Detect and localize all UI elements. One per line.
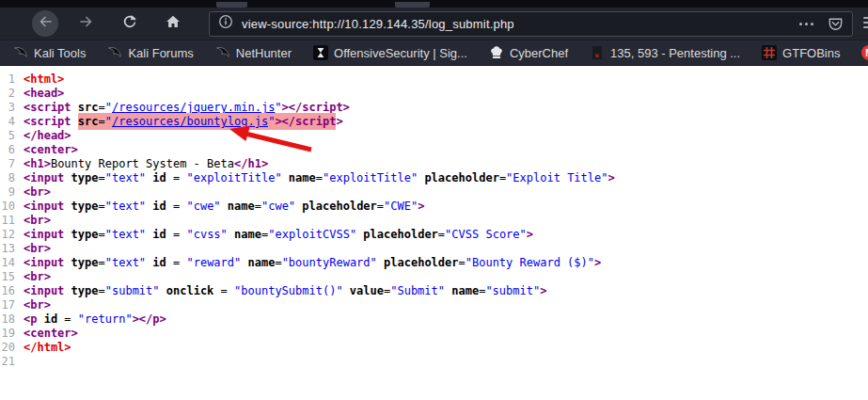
code-token — [37, 312, 43, 326]
code-token: <input — [24, 256, 64, 269]
url-text[interactable]: view-source:http://10.129.144.35/log_sub… — [242, 17, 793, 31]
code-token: = — [213, 284, 234, 297]
bookmark-offensivesecurity-sig[interactable]: OffensiveSecurity | Sig... — [313, 45, 467, 60]
info-icon[interactable] — [218, 14, 233, 33]
code-token: > — [527, 228, 533, 241]
menu-icon[interactable] — [863, 17, 868, 28]
code-token: = — [99, 228, 105, 241]
source-line: 2<head> — [0, 87, 868, 101]
forward-button[interactable] — [75, 12, 98, 35]
code-token: </html> — [24, 341, 71, 354]
navigation-toolbar: view-source:http://10.129.144.35/log_sub… — [0, 8, 868, 40]
code-token: <html> — [24, 72, 64, 86]
code-token: "text" — [105, 200, 146, 213]
code-token — [282, 171, 289, 184]
resource-link[interactable]: /resources/jquery.min.js — [112, 101, 275, 114]
code-token — [71, 101, 78, 114]
code-token: Bounty Report System - Beta — [51, 157, 234, 170]
line-number: 12 — [0, 228, 15, 242]
source-line: 21 — [0, 355, 868, 369]
code-token: = — [166, 171, 187, 184]
line-number: 13 — [0, 242, 15, 256]
bookmark-gtfobins[interactable]: GTFOBins — [762, 45, 840, 60]
bookmark-nethunter[interactable]: NetHunter — [215, 45, 292, 60]
code-token: value — [350, 284, 384, 297]
offsec-icon — [313, 45, 328, 60]
code-token: "text" — [105, 228, 146, 241]
source-code-text: <br> — [24, 185, 51, 200]
view-source-content: 1<html>2<head>3<script src="/resources/j… — [0, 66, 868, 400]
resource-link[interactable]: /resources/bountylog.js — [112, 113, 268, 130]
pocket-icon[interactable] — [828, 16, 844, 32]
bookmark-kali-tools[interactable]: Kali Tools — [13, 45, 86, 60]
line-number: 9 — [0, 185, 15, 200]
bookmark-cyberchef[interactable]: CyberChef — [489, 45, 568, 60]
code-token: = — [99, 284, 105, 297]
source-line: 4<script src="/resources/bountylog.js"><… — [0, 115, 868, 129]
code-token: > — [594, 256, 601, 269]
line-number: 2 — [0, 87, 15, 101]
code-token: = — [99, 200, 105, 213]
code-token: <input — [24, 171, 64, 184]
code-token — [228, 228, 234, 241]
page-actions-icon[interactable] — [799, 23, 813, 25]
source-code-text: <input type="text" id = "exploitTitle" n… — [24, 171, 615, 185]
home-icon — [165, 13, 181, 34]
code-token: = — [377, 200, 384, 213]
bookmarks-toolbar: Kali ToolsKali ForumsNetHunterOffensiveS… — [0, 40, 868, 66]
line-number: 1 — [0, 72, 15, 87]
code-token: <script — [24, 115, 71, 128]
home-button[interactable] — [162, 12, 184, 35]
code-token: "cwe" — [186, 200, 220, 213]
code-token: name — [234, 228, 261, 241]
source-code-text: <br> — [24, 298, 51, 312]
code-token: = — [275, 256, 281, 269]
bookmark-135-593-pentesting[interactable]: 135, 593 - Pentesting ... — [590, 45, 740, 60]
code-token: <br> — [24, 242, 51, 255]
url-bar[interactable]: view-source:http://10.129.144.35/log_sub… — [209, 11, 853, 37]
kali-dragon-icon — [215, 45, 230, 60]
source-code-text: <input type="submit" onclick = "bountySu… — [24, 284, 546, 298]
code-token: "exploitCVSS" — [268, 228, 356, 241]
source-line: 5</head> — [0, 129, 868, 143]
source-code-text: <script src="/resources/bountylog.js"></… — [24, 115, 343, 129]
back-button[interactable] — [32, 10, 58, 37]
code-token: = — [255, 200, 261, 213]
hacktricks-book-icon — [590, 45, 605, 60]
tab-strip — [0, 0, 868, 8]
code-token: ></p> — [133, 312, 166, 326]
code-token: name — [228, 200, 255, 213]
code-token: "return" — [78, 312, 133, 326]
line-number: 21 — [0, 355, 15, 369]
source-code-text: <head> — [24, 87, 64, 101]
code-token — [160, 284, 166, 297]
code-token: > — [608, 171, 614, 184]
code-token: id — [152, 200, 166, 213]
code-token — [241, 256, 247, 269]
code-token: placeholder — [424, 171, 498, 184]
line-number: 18 — [0, 312, 15, 327]
code-token: "submit" — [105, 284, 160, 297]
source-line: 12<input type="text" id = "cvss" name="e… — [0, 228, 868, 242]
line-number: 7 — [0, 157, 15, 171]
kali-dragon-icon — [13, 45, 28, 60]
code-token: = — [166, 200, 187, 213]
code-token: = — [99, 113, 105, 130]
code-token: type — [71, 228, 99, 241]
bookmark-kali-forums[interactable]: Kali Forums — [107, 45, 193, 60]
bookmark-m-badge-icon[interactable]: M — [861, 45, 868, 60]
code-token: "Submit" — [390, 284, 445, 297]
code-token: "CVSS Score" — [445, 228, 527, 241]
code-token — [64, 171, 71, 184]
code-token: src — [78, 113, 99, 130]
source-line: 11<br> — [0, 214, 868, 228]
reload-button[interactable] — [118, 12, 141, 35]
code-token: type — [71, 171, 99, 184]
bookmark-label: GTFOBins — [782, 46, 840, 60]
code-token: "CWE" — [384, 200, 418, 213]
reload-icon — [121, 13, 138, 34]
code-token: <p — [24, 312, 37, 326]
code-token: "text" — [105, 256, 146, 269]
source-line: 16<input type="submit" onclick = "bounty… — [0, 284, 868, 298]
code-token: " — [105, 113, 112, 130]
